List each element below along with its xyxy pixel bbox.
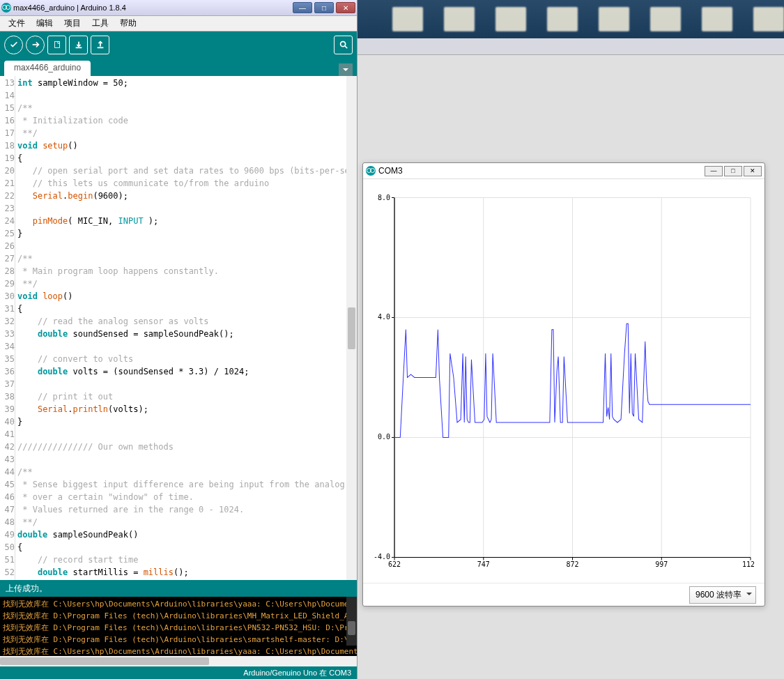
code-area[interactable]: int sampleWindow = 50; /** * Initializat…	[15, 76, 346, 580]
svg-text:1122: 1122	[742, 561, 754, 569]
save-button[interactable]	[91, 36, 109, 54]
console-vscrollbar[interactable]	[346, 597, 357, 646]
plot-svg: 8.04.00.0-4.06227478729971122	[370, 193, 754, 576]
ide-titlebar[interactable]: max4466_arduino | Arduino 1.8.4 — □ ✕	[0, 0, 357, 16]
svg-rect-0	[54, 42, 59, 48]
baud-rate-select[interactable]: 9600 波特率	[689, 586, 756, 604]
serial-plotter-window: COM3 — □ ✕ 8.04.00.0-4.06227478729971122…	[362, 162, 765, 606]
maximize-button[interactable]: □	[314, 2, 334, 13]
verify-button[interactable]	[4, 36, 23, 54]
arduino-ide-window: max4466_arduino | Arduino 1.8.4 — □ ✕ 文件…	[0, 0, 358, 679]
menu-tools[interactable]: 工具	[86, 16, 114, 31]
svg-text:622: 622	[388, 561, 401, 569]
folder-icon[interactable]	[702, 7, 732, 31]
menu-edit[interactable]: 编辑	[31, 16, 59, 31]
plot-area: 8.04.00.0-4.06227478729971122	[370, 193, 754, 576]
folder-icon[interactable]	[753, 7, 784, 31]
menu-help[interactable]: 帮助	[114, 16, 142, 31]
serial-monitor-button[interactable]	[334, 36, 353, 54]
desktop-icons-row	[358, 0, 784, 38]
ide-footer: Arduino/Genuino Uno 在 COM3	[0, 666, 357, 679]
menu-bar: 文件 编辑 项目 工具 帮助	[0, 16, 357, 31]
svg-text:872: 872	[566, 561, 578, 569]
minimize-button[interactable]: —	[293, 2, 312, 13]
output-console[interactable]: 找到无效库在 C:\Users\hp\Documents\Arduino\lib…	[0, 597, 357, 656]
svg-text:0.0: 0.0	[378, 434, 390, 441]
plotter-maximize-button[interactable]: □	[724, 166, 742, 176]
folder-icon[interactable]	[599, 7, 629, 31]
plotter-titlebar[interactable]: COM3 — □ ✕	[363, 163, 764, 179]
menu-sketch[interactable]: 项目	[59, 16, 86, 31]
arduino-logo-icon	[366, 166, 376, 176]
status-bar: 上传成功。	[0, 580, 357, 597]
tab-menu-dropdown[interactable]	[339, 63, 353, 76]
plotter-close-button[interactable]: ✕	[744, 166, 762, 176]
svg-text:-4.0: -4.0	[374, 554, 390, 561]
svg-text:4.0: 4.0	[378, 314, 390, 321]
plotter-title: COM3	[378, 166, 705, 176]
open-button[interactable]	[69, 36, 88, 54]
svg-text:997: 997	[655, 561, 668, 569]
folder-icon[interactable]	[392, 7, 423, 31]
plotter-footer: 9600 波特率	[363, 583, 764, 606]
editor-vscrollbar[interactable]	[346, 76, 357, 580]
svg-point-1	[340, 42, 345, 47]
tab-sketch[interactable]: max4466_arduino	[4, 61, 91, 76]
arduino-logo-icon	[1, 3, 11, 13]
editor-tabs: max4466_arduino	[0, 58, 357, 76]
folder-icon[interactable]	[495, 7, 526, 31]
window-title: max4466_arduino | Arduino 1.8.4	[13, 3, 293, 12]
plotter-minimize-button[interactable]: —	[705, 166, 723, 176]
line-gutter: 1314151617181920212223242526272829303132…	[0, 76, 15, 580]
folder-icon[interactable]	[547, 7, 578, 31]
code-editor[interactable]: 1314151617181920212223242526272829303132…	[0, 76, 357, 580]
svg-text:747: 747	[477, 561, 490, 569]
folder-icon[interactable]	[650, 7, 681, 31]
close-button[interactable]: ✕	[336, 2, 355, 13]
desktop-bar	[358, 38, 784, 55]
toolbar	[0, 31, 357, 58]
menu-file[interactable]: 文件	[3, 16, 31, 31]
folder-icon[interactable]	[444, 7, 475, 31]
new-button[interactable]	[47, 36, 66, 54]
upload-button[interactable]	[26, 36, 45, 54]
console-hscrollbar[interactable]	[0, 656, 357, 666]
svg-text:8.0: 8.0	[378, 194, 390, 201]
